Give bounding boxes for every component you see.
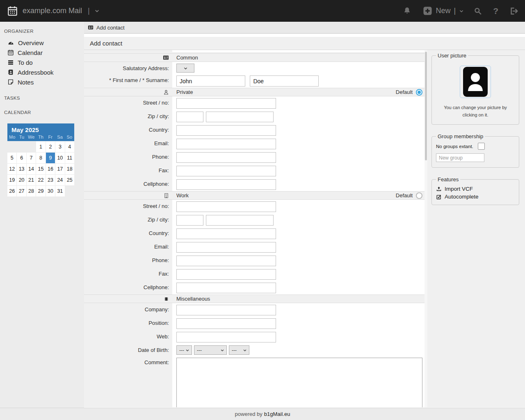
chevron-down-icon: [459, 9, 464, 14]
private-phone-input[interactable]: [176, 152, 276, 163]
tachometer-icon: [7, 39, 14, 46]
dob-month-select[interactable]: ---: [194, 345, 227, 355]
calendar-day-cell[interactable]: 14: [27, 164, 36, 174]
work-street-input[interactable]: [176, 201, 276, 212]
private-country-input[interactable]: [176, 125, 276, 136]
surname-input[interactable]: [250, 75, 319, 87]
private-fax-input[interactable]: [176, 166, 276, 176]
calendar-day-cell[interactable]: 22: [36, 175, 45, 185]
calendar-day-cell[interactable]: 7: [27, 153, 36, 163]
sidebar-item-overview[interactable]: Overview: [0, 38, 84, 48]
first-name-input[interactable]: [176, 75, 245, 87]
calendar-day-cell[interactable]: 24: [55, 175, 64, 185]
calendar-day-cell[interactable]: 31: [55, 186, 64, 196]
calendar-day-cell[interactable]: 21: [27, 175, 36, 185]
help-button[interactable]: ?: [493, 6, 498, 16]
sidebar-item-notes[interactable]: Notes: [0, 77, 84, 87]
tab-add-contact[interactable]: Add contact: [96, 25, 125, 31]
sidebar-header-tasks: TASKS: [0, 96, 84, 100]
calendar-day-cell[interactable]: 5: [7, 153, 16, 163]
comment-textarea[interactable]: [176, 358, 422, 407]
calendar-day-cell[interactable]: 16: [46, 164, 55, 174]
help-icon: ?: [493, 6, 498, 16]
calendar-day-cell[interactable]: 25: [65, 175, 74, 185]
calendar-day-cell[interactable]: 26: [7, 186, 16, 196]
private-cellphone-label: Cellphone:: [84, 178, 172, 191]
calendar-day-cell[interactable]: 2: [46, 142, 55, 152]
sidebar-item-addressbook[interactable]: Addressbook: [0, 67, 84, 77]
work-cellphone-label: Cellphone:: [84, 281, 172, 294]
user-picture[interactable]: [460, 66, 491, 98]
dob-day-select[interactable]: ---: [176, 345, 192, 355]
new-separator: |: [454, 7, 456, 15]
calendar-day-cell[interactable]: 12: [7, 164, 16, 174]
user-picture-legend: User picture: [436, 52, 468, 59]
search-button[interactable]: [474, 7, 482, 15]
autocomplete-toggle[interactable]: Autocomplete: [436, 194, 515, 200]
calendar-day-cell[interactable]: 4: [65, 142, 74, 152]
calendar-day-cell[interactable]: 10: [55, 153, 64, 163]
private-cellphone-input[interactable]: [176, 179, 276, 190]
work-cellphone-input[interactable]: [176, 283, 276, 293]
import-vcf-link[interactable]: Import VCF: [436, 186, 515, 192]
section-title: Work: [172, 192, 189, 199]
scrollbar-thumb[interactable]: [425, 52, 427, 160]
b1gmail-link[interactable]: b1gMail.eu: [264, 411, 290, 417]
work-city-input[interactable]: [206, 215, 274, 226]
company-input[interactable]: [176, 305, 276, 315]
calendar-day-cell[interactable]: 30: [46, 186, 55, 196]
salutatory-select[interactable]: [176, 64, 194, 73]
calendar-weekday-row: MoTuWeThFrSaSo: [7, 135, 74, 141]
position-input[interactable]: [176, 318, 276, 329]
calendar-day-cell[interactable]: 6: [17, 153, 26, 163]
new-group-input[interactable]: [436, 153, 484, 162]
calendar-grid: 1234567891011121314151617181920212223242…: [7, 142, 74, 196]
bell-icon: [403, 7, 411, 15]
calendar-day-cell[interactable]: 29: [36, 186, 45, 196]
position-label: Position:: [84, 317, 172, 330]
brand[interactable]: example.com Mail |: [0, 5, 100, 16]
calendar-day-cell[interactable]: 3: [55, 142, 64, 152]
sidebar-item-todo[interactable]: To do: [0, 57, 84, 67]
notifications-button[interactable]: [403, 7, 411, 15]
private-street-input[interactable]: [176, 98, 276, 109]
calendar-day-cell[interactable]: 23: [46, 175, 55, 185]
dob-year-select[interactable]: ---: [229, 345, 249, 355]
new-button[interactable]: New |: [423, 6, 464, 16]
calendar-day-cell[interactable]: 15: [36, 164, 45, 174]
no-groups-text: No groups extant.: [436, 144, 473, 149]
private-default-radio[interactable]: [416, 89, 422, 96]
work-phone-input[interactable]: [176, 256, 276, 266]
calendar-day-cell[interactable]: 8: [36, 153, 45, 163]
calendar-day-cell[interactable]: 27: [17, 186, 26, 196]
form-scrollbar[interactable]: [425, 50, 427, 407]
group-checkbox[interactable]: [478, 143, 485, 150]
private-email-input[interactable]: [176, 139, 276, 149]
work-zip-label: Zip / city:: [84, 213, 172, 227]
calendar-day-cell[interactable]: 18: [65, 164, 74, 174]
tab-bar: Add contact: [84, 22, 525, 34]
private-city-input[interactable]: [206, 112, 274, 122]
work-default-radio[interactable]: [416, 192, 422, 199]
calendar-day-cell[interactable]: 20: [17, 175, 26, 185]
work-country-input[interactable]: [176, 228, 276, 239]
mini-calendar: May 2025 MoTuWeThFrSaSo 1234567891011121…: [7, 123, 74, 196]
calendar-day-cell[interactable]: 1: [36, 142, 45, 152]
calendar-day-cell[interactable]: 28: [27, 186, 36, 196]
calendar-day-cell[interactable]: 17: [55, 164, 64, 174]
work-email-input[interactable]: [176, 242, 276, 253]
work-fax-input[interactable]: [176, 269, 276, 280]
calendar-day-cell[interactable]: 11: [65, 153, 74, 163]
web-input[interactable]: [176, 332, 276, 342]
logout-button[interactable]: [509, 7, 518, 16]
company-label: Company:: [84, 303, 172, 317]
calendar-day-cell[interactable]: 9: [46, 153, 55, 163]
feature-label: Import VCF: [445, 186, 473, 192]
work-zip-input[interactable]: [176, 215, 203, 226]
sidebar-item-calendar[interactable]: Calendar: [0, 48, 84, 57]
section-header-private: Private Default: [84, 88, 427, 96]
calendar-day-cell[interactable]: 19: [7, 175, 16, 185]
private-zip-input[interactable]: [176, 112, 203, 122]
chevron-down-icon[interactable]: [94, 8, 100, 14]
calendar-day-cell[interactable]: 13: [17, 164, 26, 174]
